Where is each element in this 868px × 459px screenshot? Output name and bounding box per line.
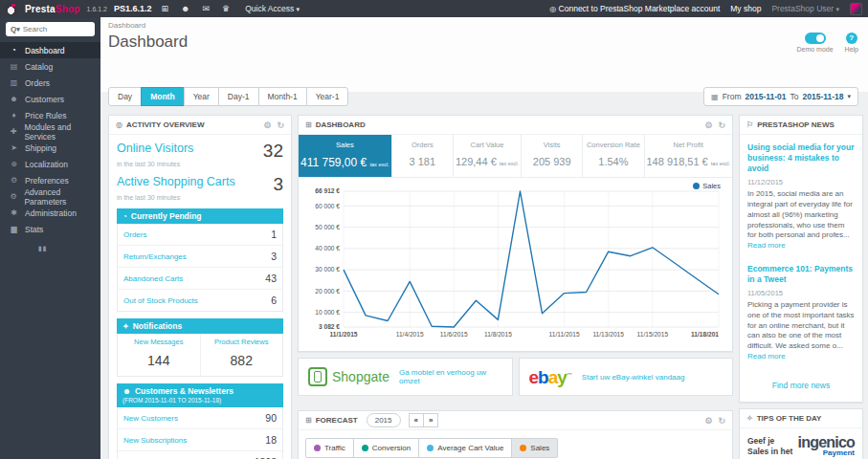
main-content: Dashboard Dashboard Demo mode ?Help Day … bbox=[100, 17, 868, 459]
mail-icon[interactable]: ✉ bbox=[200, 4, 213, 13]
period-day-1-button[interactable]: Day-1 bbox=[218, 87, 259, 106]
user-menu[interactable]: PrestaShop User ▾ bbox=[771, 4, 839, 13]
metric-sales[interactable]: Sales411 759,00 € tax excl. bbox=[299, 135, 392, 177]
online-visitors-link[interactable]: Online Visitors bbox=[117, 142, 193, 155]
article-headline-link[interactable]: Using social media for your business: 4 … bbox=[747, 142, 855, 174]
article-date: 11/05/2015 bbox=[747, 289, 855, 297]
new-subscriptions-link[interactable]: New Subscriptions bbox=[123, 436, 187, 445]
sidebar-item-price-rules[interactable]: ♦Price Rules bbox=[0, 107, 100, 123]
avatar[interactable] bbox=[850, 3, 862, 15]
metric-orders[interactable]: Orders3 181 bbox=[392, 135, 454, 177]
traffic-toggle[interactable]: Traffic bbox=[305, 438, 354, 458]
sidebar-collapse-icon[interactable]: ▮▮ bbox=[38, 245, 100, 252]
conversion-toggle[interactable]: Conversion bbox=[353, 438, 419, 458]
period-month-button[interactable]: Month bbox=[141, 87, 185, 106]
new-customers-link[interactable]: New Customers bbox=[123, 414, 178, 423]
cart-icon: ⊞ bbox=[305, 416, 312, 425]
row-value: 3 bbox=[271, 251, 277, 262]
previous-year-button[interactable]: « bbox=[409, 413, 424, 427]
ebay-link[interactable]: Start uw eBay-winkel vandaag bbox=[582, 373, 685, 382]
help-icon[interactable]: ? bbox=[846, 33, 857, 44]
date-range-picker[interactable]: ▦ From 2015-11-01 To 2015-11-18 ▾ bbox=[703, 87, 858, 106]
sidebar-item-dashboard[interactable]: ◔Dashboard bbox=[0, 42, 100, 58]
section-subtitle: (FROM 2015-11-01 TO 2015-11-18) bbox=[122, 397, 278, 404]
returns-link[interactable]: Return/Exchanges bbox=[123, 252, 187, 261]
metric-conversion-rate[interactable]: Conversion Rate1.54% bbox=[583, 135, 644, 177]
breadcrumb[interactable]: Dashboard bbox=[100, 17, 868, 33]
read-more-link[interactable]: Read more bbox=[747, 352, 786, 361]
trophy-icon[interactable]: ♛ bbox=[219, 4, 233, 13]
quick-access-menu[interactable]: Quick Access ▾ bbox=[245, 4, 300, 13]
sidebar-item-label: Catalog bbox=[25, 62, 53, 72]
forecast-year[interactable]: 2015 bbox=[367, 413, 401, 427]
sales-toggle[interactable]: Sales bbox=[511, 438, 558, 458]
customers-icon[interactable]: ☻ bbox=[178, 4, 192, 13]
metric-visits[interactable]: Visits205 939 bbox=[522, 135, 583, 177]
average-cart-value-toggle[interactable]: Average Cart Value bbox=[418, 438, 512, 458]
period-day-button[interactable]: Day bbox=[108, 87, 142, 106]
shopgate-link[interactable]: Ga mobiel en verhoog uw omzet bbox=[399, 368, 502, 385]
active-carts-value: 3 bbox=[273, 175, 283, 193]
sidebar-item-label: Preferences bbox=[25, 176, 69, 186]
find-more-news-link[interactable]: Find more news bbox=[747, 375, 855, 398]
chart-legend[interactable]: Sales bbox=[693, 182, 721, 190]
sidebar-item-advanced-parameters[interactable]: ⚙Advanced Parameters bbox=[0, 188, 100, 205]
gear-icon[interactable]: ⚙ bbox=[263, 120, 271, 130]
sidebar-item-modules[interactable]: ✚Modules and Services bbox=[0, 123, 100, 140]
next-year-button[interactable]: » bbox=[423, 413, 438, 427]
date-from: 2015-11-01 bbox=[745, 92, 786, 101]
orders-link[interactable]: Orders bbox=[123, 230, 146, 239]
svg-text:30 000 €: 30 000 € bbox=[315, 266, 340, 273]
ingenico-logo[interactable]: ingenico Paymentservices bbox=[798, 436, 855, 459]
gear-icon[interactable]: ⚙ bbox=[704, 416, 712, 426]
metric-net-profit[interactable]: Net Profit148 918,51 € tax excl. bbox=[645, 135, 732, 177]
marketplace-link[interactable]: ◎ Connect to PrestaShop Marketplace acco… bbox=[549, 4, 720, 13]
book-icon: ▤ bbox=[9, 62, 19, 71]
refresh-icon[interactable]: ↻ bbox=[718, 416, 725, 426]
sidebar-item-shipping[interactable]: ➤Shipping bbox=[0, 140, 100, 156]
sidebar-item-localization[interactable]: ⊕Localization bbox=[0, 156, 100, 172]
sidebar-item-catalog[interactable]: ▤Catalog bbox=[0, 58, 100, 75]
period-year-button[interactable]: Year bbox=[184, 87, 219, 106]
product-reviews-link[interactable]: Product Reviews bbox=[203, 338, 281, 346]
sidebar-item-orders[interactable]: ▥Orders bbox=[0, 75, 100, 91]
sidebar-item-stats[interactable]: ▆Stats bbox=[0, 221, 100, 237]
sidebar-item-preferences[interactable]: ⚙Preferences bbox=[0, 172, 100, 188]
dashboard-panel: ⊞ DASHBOARD ⚙↻ Sales411 759,00 € tax exc… bbox=[298, 115, 733, 352]
new-messages-link[interactable]: New Messages bbox=[120, 338, 198, 346]
cart-icon[interactable]: ⊞ bbox=[159, 4, 172, 13]
shopgate-banner[interactable]: Shopgate Ga mobiel en verhoog uw omzet bbox=[298, 358, 513, 396]
link-icon: ◎ bbox=[549, 5, 556, 13]
metric-cart-value[interactable]: Cart Value129,44 € tax excl. bbox=[454, 135, 522, 177]
gear-icon[interactable]: ⚙ bbox=[704, 120, 712, 130]
sidebar-item-administration[interactable]: ✱Administration bbox=[0, 205, 100, 221]
sidebar-item-customers[interactable]: ☻Customers bbox=[0, 91, 100, 107]
gauge-icon: ◔ bbox=[9, 46, 19, 55]
period-year-1-button[interactable]: Year-1 bbox=[306, 87, 349, 106]
customers-newsletters-section: ☻Customers & Newsletters (FROM 2015-11-0… bbox=[117, 383, 283, 459]
period-button-group: Day Month Year Day-1 Month-1 Year-1 bbox=[108, 87, 348, 106]
row-value: 6 bbox=[271, 295, 277, 306]
sidebar-item-label: Orders bbox=[25, 78, 50, 88]
period-month-1-button[interactable]: Month-1 bbox=[258, 87, 307, 106]
truck-icon: ➤ bbox=[9, 143, 19, 152]
article-headline-link[interactable]: Ecommerce 101: Payments in a Tweet bbox=[747, 264, 855, 285]
svg-text:11/4/2015: 11/4/2015 bbox=[396, 331, 424, 338]
customers-icon: ☻ bbox=[9, 95, 19, 103]
my-shop-link[interactable]: My shop bbox=[730, 4, 761, 13]
refresh-icon[interactable]: ↻ bbox=[718, 120, 725, 130]
demo-mode-toggle[interactable] bbox=[805, 33, 826, 44]
search-input[interactable] bbox=[23, 25, 90, 33]
notifications-section: ✦Notifications New Messages144 Product R… bbox=[117, 318, 283, 377]
marketplace-label: Connect to PrestaShop Marketplace accoun… bbox=[559, 4, 721, 13]
refresh-icon[interactable]: ↻ bbox=[277, 120, 284, 130]
sidebar-item-label: Price Rules bbox=[25, 111, 66, 120]
sidebar-search[interactable]: Q▾ bbox=[6, 22, 95, 36]
ebay-banner[interactable]: ebay™ Start uw eBay-winkel vandaag bbox=[519, 358, 734, 396]
abandoned-carts-link[interactable]: Abandoned Carts bbox=[123, 274, 183, 283]
row-value: 43 bbox=[265, 273, 277, 284]
read-more-link[interactable]: Read more bbox=[747, 241, 786, 250]
active-carts-link[interactable]: Active Shopping Carts bbox=[117, 175, 235, 188]
table-row: Return/Exchanges3 bbox=[118, 246, 282, 268]
out-of-stock-link[interactable]: Out of Stock Products bbox=[123, 296, 198, 305]
